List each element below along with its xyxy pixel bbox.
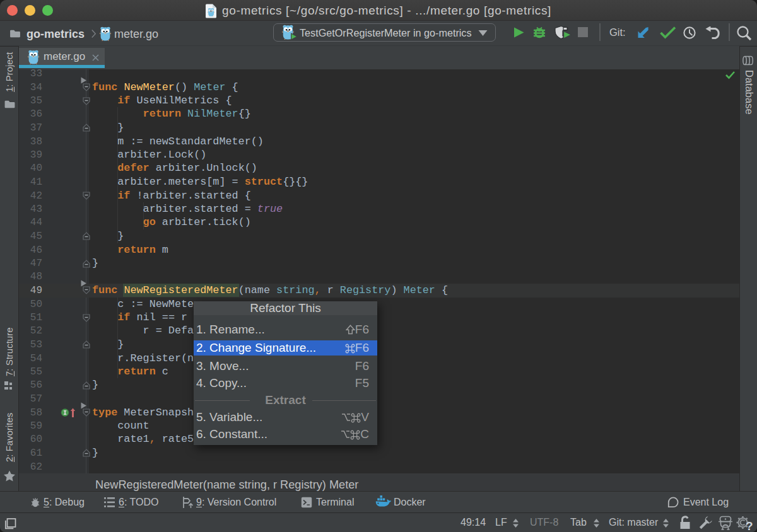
svg-text:?: ?: [746, 519, 753, 531]
